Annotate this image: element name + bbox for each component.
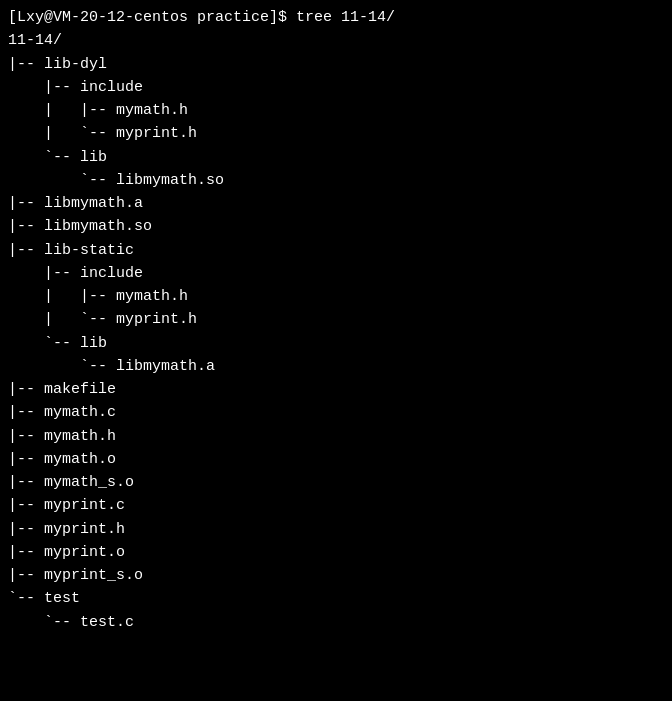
terminal-line: |-- myprint.c <box>8 494 664 517</box>
terminal-line: |-- include <box>8 76 664 99</box>
terminal-line: |-- makefile <box>8 378 664 401</box>
terminal-line: `-- libmymath.a <box>8 355 664 378</box>
terminal-line: | |-- mymath.h <box>8 285 664 308</box>
terminal-line: |-- mymath.c <box>8 401 664 424</box>
terminal-line: | |-- mymath.h <box>8 99 664 122</box>
terminal-line: [Lxy@VM-20-12-centos practice]$ tree 11-… <box>8 6 664 29</box>
terminal-line: |-- mymath_s.o <box>8 471 664 494</box>
terminal-line: |-- libmymath.a <box>8 192 664 215</box>
terminal-line: |-- myprint.o <box>8 541 664 564</box>
terminal-line: `-- test <box>8 587 664 610</box>
terminal-line: |-- lib-dyl <box>8 53 664 76</box>
terminal-line: 11-14/ <box>8 29 664 52</box>
terminal-line: `-- lib <box>8 332 664 355</box>
terminal-output: [Lxy@VM-20-12-centos practice]$ tree 11-… <box>8 6 664 634</box>
terminal-line: |-- lib-static <box>8 239 664 262</box>
terminal-line: `-- test.c <box>8 611 664 634</box>
terminal-line: |-- include <box>8 262 664 285</box>
terminal-line: |-- myprint.h <box>8 518 664 541</box>
terminal-line: |-- myprint_s.o <box>8 564 664 587</box>
terminal-line: |-- mymath.o <box>8 448 664 471</box>
terminal-line: `-- libmymath.so <box>8 169 664 192</box>
terminal-line: `-- lib <box>8 146 664 169</box>
terminal-line: |-- mymath.h <box>8 425 664 448</box>
terminal-line: |-- libmymath.so <box>8 215 664 238</box>
terminal-line: | `-- myprint.h <box>8 308 664 331</box>
terminal-line: | `-- myprint.h <box>8 122 664 145</box>
